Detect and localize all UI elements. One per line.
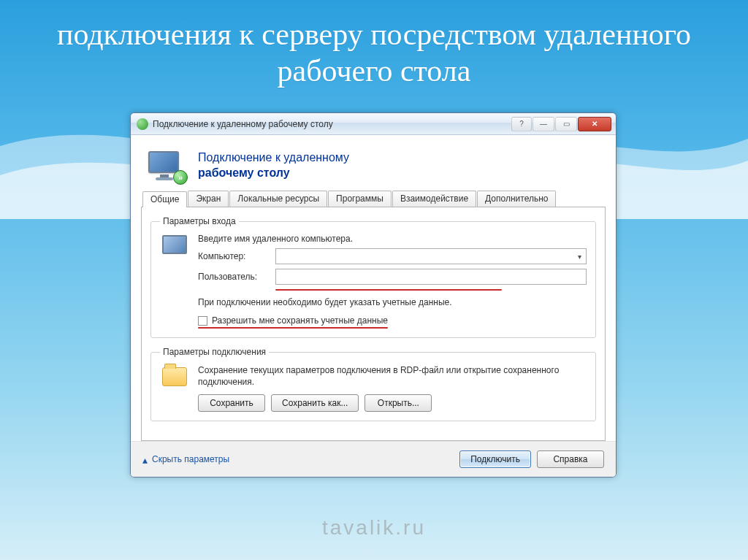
- maximize-button[interactable]: ▭: [555, 117, 577, 131]
- dialog-footer: ▴ Скрыть параметры Подключить Справка: [131, 441, 616, 477]
- connect-button[interactable]: Подключить: [459, 450, 531, 468]
- connection-parameters-group: Параметры подключения Сохранение текущих…: [150, 347, 596, 421]
- save-credentials-checkbox[interactable]: [198, 316, 207, 326]
- tab-display[interactable]: Экран: [188, 191, 229, 207]
- folder-icon: [160, 364, 189, 386]
- rdp-dialog: Подключение к удаленному рабочему столу …: [130, 112, 617, 477]
- close-button[interactable]: ✕: [578, 117, 611, 131]
- chevron-down-icon: ▾: [578, 253, 581, 261]
- annotation-underline-checkbox: [198, 327, 388, 329]
- save-credentials-label: Разрешить мне сохранять учетные данные: [212, 315, 388, 326]
- tab-local-resources[interactable]: Локальные ресурсы: [229, 191, 327, 207]
- tab-panel-general: Параметры входа Введите имя удаленного к…: [141, 207, 606, 441]
- hide-parameters-label: Скрыть параметры: [152, 454, 229, 464]
- tab-general[interactable]: Общие: [142, 191, 187, 207]
- connection-legend: Параметры подключения: [160, 347, 269, 357]
- header-line-2: рабочему столу: [198, 166, 349, 181]
- tab-strip: Общие Экран Локальные ресурсы Программы …: [141, 191, 606, 207]
- computer-icon: [160, 234, 189, 254]
- open-button[interactable]: Открыть...: [365, 394, 432, 412]
- slide-title: подключения к серверу посредством удален…: [0, 16, 748, 90]
- connection-description: Сохранение текущих параметров подключени…: [198, 364, 587, 388]
- save-as-button[interactable]: Сохранить как...: [271, 394, 359, 412]
- help-button[interactable]: Справка: [537, 450, 604, 468]
- watermark: tavalik.ru: [322, 516, 426, 540]
- computer-label: Компьютер:: [198, 251, 268, 261]
- credentials-note: При подключении необходимо будет указать…: [198, 296, 587, 308]
- titlebar[interactable]: Подключение к удаленному рабочему столу …: [131, 113, 616, 135]
- annotation-underline-user: [275, 289, 502, 291]
- hide-parameters-link[interactable]: ▴ Скрыть параметры: [142, 454, 229, 464]
- user-label: Пользователь:: [198, 272, 268, 282]
- tab-advanced[interactable]: Дополнительно: [477, 191, 556, 207]
- help-button-icon[interactable]: ?: [511, 117, 532, 131]
- dialog-header: » Подключение к удаленному рабочему стол…: [141, 144, 606, 191]
- computer-combobox[interactable]: ▾: [275, 248, 587, 264]
- window-title: Подключение к удаленному рабочему столу: [153, 119, 511, 129]
- user-field[interactable]: [275, 269, 587, 285]
- rdp-icon: »: [145, 148, 186, 183]
- save-button[interactable]: Сохранить: [198, 394, 265, 412]
- login-parameters-group: Параметры входа Введите имя удаленного к…: [150, 216, 596, 338]
- header-line-1: Подключение к удаленному: [198, 150, 349, 166]
- tab-experience[interactable]: Взаимодействие: [392, 191, 476, 207]
- login-legend: Параметры входа: [160, 216, 239, 226]
- login-instruction: Введите имя удаленного компьютера.: [198, 234, 587, 244]
- tab-programs[interactable]: Программы: [328, 191, 392, 207]
- minimize-button[interactable]: —: [533, 117, 554, 131]
- app-icon: [137, 118, 148, 130]
- collapse-arrow-icon: ▴: [142, 458, 148, 463]
